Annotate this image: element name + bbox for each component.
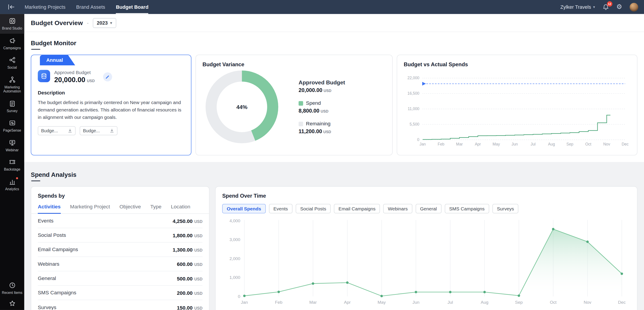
- spends-by-card: Spends by Activities Marketing Project O…: [31, 186, 210, 310]
- sidebar-item-campaigns[interactable]: Campaigns: [0, 34, 24, 53]
- sidebar-item-favorites[interactable]: [0, 296, 24, 310]
- sidebar-item-label: Recent Items: [2, 290, 22, 295]
- svg-text:44%: 44%: [236, 104, 248, 110]
- sidebar-item-marketing-automation[interactable]: Marketing Automation: [0, 73, 24, 97]
- settings-button[interactable]: ⚙: [616, 4, 622, 10]
- budget-description: The budget defined is primarily centered…: [38, 99, 184, 121]
- filter-overall-spends[interactable]: Overall Spends: [222, 204, 266, 213]
- legend-item: Spend 8,800.00USD: [298, 100, 345, 114]
- svg-text:0: 0: [238, 294, 240, 299]
- table-row: Events 4,250.00USD: [38, 214, 202, 228]
- variance-legend: Approved Budget 20,000.00USD Spend 8,800…: [298, 79, 345, 134]
- sidebar-item-analytics[interactable]: Analytics: [0, 175, 24, 194]
- page-title: Budget Overview: [31, 19, 83, 27]
- budget-vs-actual-card: Budget vs Actual Spends 05,50011,00016,5…: [397, 55, 637, 155]
- table-row: Webinars 600.00USD: [38, 257, 202, 271]
- svg-text:Jul: Jul: [531, 142, 536, 146]
- svg-text:2,000: 2,000: [230, 256, 240, 261]
- sidebar-item-label: Backstage: [4, 167, 20, 172]
- attachment-chip[interactable]: Budge...: [38, 126, 76, 135]
- survey-icon: [8, 100, 16, 107]
- svg-text:22,000: 22,000: [408, 76, 420, 80]
- sidebar-item-recent-items[interactable]: Recent Items: [0, 278, 24, 296]
- filter-surveys[interactable]: Surveys: [492, 204, 518, 213]
- app-window: Marketing Projects Brand Assets Budget B…: [0, 0, 644, 310]
- tab-brand-assets[interactable]: Brand Assets: [76, 0, 105, 14]
- webinar-icon: [8, 139, 16, 146]
- svg-text:Oct: Oct: [585, 142, 591, 146]
- sidebar-item-label: Analytics: [5, 187, 19, 191]
- sidebar-item-survey[interactable]: Survey: [0, 97, 24, 116]
- svg-text:Feb: Feb: [275, 300, 282, 305]
- year-selector[interactable]: 2023 ▾: [92, 18, 116, 28]
- svg-text:Nov: Nov: [603, 142, 610, 146]
- description-title: Description: [38, 90, 184, 96]
- filter-webinars[interactable]: Webinars: [383, 204, 412, 213]
- budget-monitor-heading: Budget Monitor: [31, 39, 76, 50]
- org-name: Zylker Travels: [560, 4, 591, 10]
- user-avatar[interactable]: [630, 3, 638, 12]
- filter-sms-campaigns[interactable]: SMS Campaigns: [444, 204, 489, 213]
- org-selector[interactable]: Zylker Travels ▾: [560, 4, 595, 10]
- svg-text:Jan: Jan: [420, 142, 426, 146]
- svg-text:Dec: Dec: [622, 142, 628, 146]
- pencil-icon: [105, 75, 110, 79]
- attachment-name: Budge...: [41, 128, 58, 133]
- svg-text:Feb: Feb: [438, 142, 444, 146]
- approved-budget-label: Approved Budget: [54, 70, 94, 75]
- sidebar-item-backstage[interactable]: Backstage: [0, 155, 24, 174]
- legend-item: Approved Budget 20,000.00USD: [298, 79, 345, 93]
- svg-text:May: May: [492, 142, 500, 146]
- notifications-button[interactable]: 12: [602, 4, 609, 11]
- tab-activities[interactable]: Activities: [38, 204, 60, 213]
- table-row: Surveys 150.00USD: [38, 300, 202, 310]
- sidebar-item-pagesense[interactable]: PageSense: [0, 116, 24, 135]
- sidebar-item-label: Webinar: [6, 148, 18, 152]
- budget-variance-donut-chart: 44%: [205, 70, 279, 144]
- svg-text:Jul: Jul: [448, 300, 453, 305]
- filter-social-posts[interactable]: Social Posts: [296, 204, 331, 213]
- budget-monitor-section: Budget Monitor Annual: [24, 32, 644, 162]
- spend-analysis-heading: Spend Analysis: [31, 171, 76, 181]
- filter-events[interactable]: Events: [269, 204, 292, 213]
- title-separator: -: [87, 20, 88, 26]
- sidebar-item-social[interactable]: Social: [0, 53, 24, 73]
- marketing-automation-icon: [8, 76, 16, 83]
- remaining-swatch: [298, 122, 303, 126]
- svg-text:1,000: 1,000: [230, 275, 240, 280]
- filter-general[interactable]: General: [416, 204, 442, 213]
- tab-objective[interactable]: Objective: [120, 204, 141, 213]
- backstage-icon: [8, 158, 16, 166]
- tab-marketing-projects[interactable]: Marketing Projects: [24, 0, 66, 14]
- svg-text:16,500: 16,500: [408, 91, 420, 96]
- tab-marketing-project[interactable]: Marketing Project: [70, 204, 110, 213]
- spends-by-tabs: Activities Marketing Project Objective T…: [31, 199, 209, 214]
- currency-label: USD: [87, 79, 95, 83]
- svg-text:Apr: Apr: [344, 300, 351, 305]
- star-icon: [8, 300, 16, 307]
- svg-text:Aug: Aug: [481, 300, 488, 305]
- analytics-icon: [8, 178, 16, 185]
- filter-email-campaigns[interactable]: Email Campaigns: [334, 204, 380, 213]
- budget-variance-card: Budget Variance 44% Approved Budget 20,0…: [196, 55, 393, 155]
- approved-budget-amount: 20,000.00: [54, 76, 85, 84]
- svg-text:Sep: Sep: [515, 300, 522, 305]
- edit-budget-button[interactable]: [103, 72, 112, 81]
- collapse-icon: [8, 4, 15, 10]
- svg-text:Jun: Jun: [412, 300, 420, 305]
- attachment-chip[interactable]: Budge...: [80, 126, 118, 135]
- sidebar-item-label: Campaigns: [3, 46, 21, 50]
- svg-text:Mar: Mar: [309, 300, 317, 305]
- tab-type[interactable]: Type: [150, 204, 162, 213]
- spend-over-time-chart: JanFebMarAprMayJunJulAugSepOctNovDec01,0…: [219, 216, 628, 310]
- tab-budget-board[interactable]: Budget Board: [116, 0, 148, 14]
- year-value: 2023: [97, 20, 108, 26]
- sidebar-item-brand-studio[interactable]: Brand Studio: [0, 14, 24, 33]
- social-icon: [8, 56, 16, 64]
- spend-analysis-section: Spend Analysis Spends by Activities Mark…: [24, 162, 644, 310]
- collapse-sidebar-button[interactable]: [8, 4, 15, 10]
- tab-location[interactable]: Location: [171, 204, 190, 213]
- sidebar-item-webinar[interactable]: Webinar: [0, 135, 24, 155]
- svg-text:5,500: 5,500: [410, 122, 420, 126]
- svg-text:3,000: 3,000: [230, 237, 240, 242]
